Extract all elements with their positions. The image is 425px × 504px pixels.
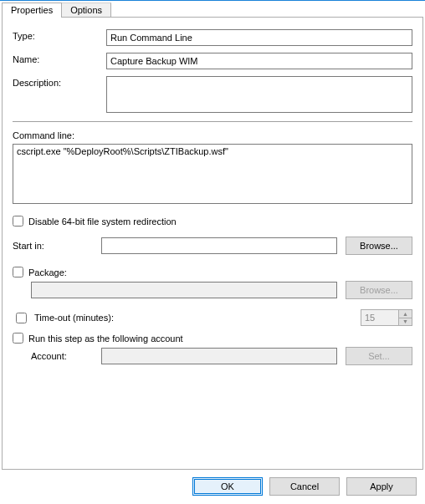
dialog-footer: OK Cancel Apply: [0, 471, 425, 504]
startin-browse-button[interactable]: Browse...: [346, 237, 412, 255]
command-line-label: Command line:: [13, 130, 412, 140]
package-browse-button: Browse...: [346, 281, 412, 299]
dialog: Properties Options Type: Name: Descripti…: [0, 0, 425, 504]
tab-properties[interactable]: Properties: [2, 3, 62, 18]
timeout-label: Time-out (minutes):: [34, 313, 114, 323]
command-line-field[interactable]: cscript.exe "%DeployRoot%\Scripts\ZTIBac…: [13, 144, 412, 204]
package-field: [31, 282, 337, 298]
timeout-down-icon: ▼: [399, 318, 412, 326]
separator: [13, 121, 412, 122]
package-checkbox[interactable]: [13, 267, 23, 277]
type-field: [106, 29, 412, 46]
timeout-checkbox[interactable]: [16, 313, 27, 323]
ok-button[interactable]: OK: [192, 477, 263, 496]
description-label: Description:: [13, 76, 106, 88]
timeout-value: [361, 310, 398, 325]
name-label: Name:: [13, 53, 106, 64]
account-field: [101, 348, 337, 364]
description-field[interactable]: [106, 76, 412, 113]
tab-strip: Properties Options: [2, 3, 425, 18]
cancel-button[interactable]: Cancel: [269, 477, 340, 496]
apply-button[interactable]: Apply: [346, 477, 417, 496]
startin-label: Start in:: [13, 241, 93, 251]
disable-redirection-label: Disable 64-bit file system redirection: [28, 216, 177, 227]
runas-label: Run this step as the following account: [28, 333, 183, 344]
timeout-spinner: ▲ ▼: [361, 309, 412, 326]
startin-field[interactable]: [101, 237, 337, 254]
tab-options[interactable]: Options: [61, 3, 111, 18]
package-label: Package:: [28, 267, 67, 277]
account-set-button: Set...: [346, 347, 412, 365]
account-label: Account:: [31, 351, 93, 361]
tab-page-properties: Type: Name: Description: Command line: c…: [2, 17, 423, 470]
runas-checkbox[interactable]: [13, 333, 23, 344]
type-label: Type:: [13, 29, 106, 41]
timeout-up-icon: ▲: [399, 310, 412, 318]
name-field[interactable]: [106, 53, 412, 69]
disable-redirection-checkbox[interactable]: [13, 216, 23, 227]
